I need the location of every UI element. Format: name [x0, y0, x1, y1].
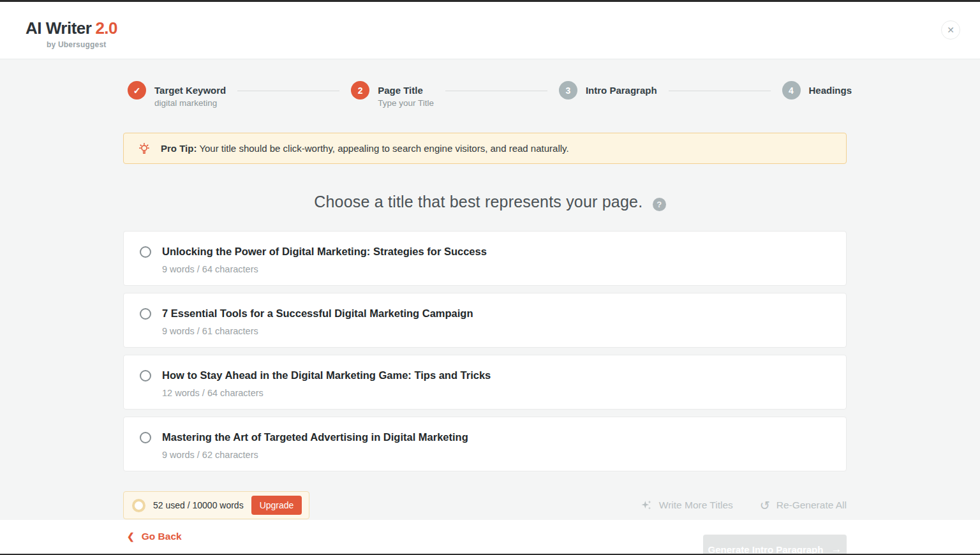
option-title: How to Stay Ahead in the Digital Marketi… — [162, 369, 491, 382]
app-title: AI Writer2.0 — [26, 18, 117, 38]
go-back-button[interactable]: ❮ Go Back — [127, 531, 182, 542]
title-option-2[interactable]: 7 Essential Tools for a Successful Digit… — [123, 293, 847, 348]
option-meta: 9 words / 64 characters — [162, 264, 487, 274]
step-headings: 4 Headings — [782, 81, 852, 108]
radio-button[interactable] — [140, 370, 151, 381]
app-version: 2.0 — [95, 18, 117, 38]
radio-button[interactable] — [140, 432, 151, 443]
step-target-keyword: ✓ Target Keyword digital marketing — [128, 81, 226, 108]
title-option-3[interactable]: How to Stay Ahead in the Digital Marketi… — [123, 355, 847, 410]
step-connector — [237, 91, 339, 91]
option-title: 7 Essential Tools for a Successful Digit… — [162, 307, 473, 320]
usage-donut-icon — [132, 499, 145, 512]
generate-label: Generate Intro Paragraph — [708, 544, 824, 555]
generate-intro-paragraph-button[interactable]: Generate Intro Paragraph → — [703, 535, 847, 555]
header: AI Writer2.0 by Ubersuggest ✕ — [0, 2, 980, 59]
check-icon: ✓ — [133, 85, 141, 96]
chevron-left-icon: ❮ — [127, 531, 135, 542]
step-2-number: 2 — [358, 85, 363, 96]
regenerate-all-button[interactable]: ↺ Re-Generate All — [760, 500, 847, 512]
page-title: Choose a title that best represents your… — [314, 193, 642, 211]
help-icon[interactable]: ? — [653, 198, 666, 211]
app-logo: AI Writer2.0 by Ubersuggest — [26, 18, 117, 49]
upgrade-button[interactable]: Upgrade — [251, 496, 302, 515]
step-4-label: Headings — [809, 84, 852, 96]
write-more-titles-button[interactable]: Write More Titles — [640, 499, 733, 512]
word-usage-box: 52 used / 10000 words Upgrade — [123, 491, 309, 519]
step-1-sublabel: digital marketing — [154, 98, 226, 108]
step-4-circle: 4 — [782, 81, 801, 100]
title-option-4[interactable]: Mastering the Art of Targeted Advertisin… — [123, 417, 847, 471]
regenerate-icon: ↺ — [760, 500, 770, 512]
lightbulb-icon — [137, 142, 151, 156]
sparkles-icon — [640, 499, 653, 512]
step-1-label: Target Keyword — [154, 84, 226, 96]
step-connector — [669, 91, 771, 91]
step-connector — [445, 91, 547, 91]
app-title-text: AI Writer — [26, 18, 91, 38]
option-meta: 9 words / 62 characters — [162, 450, 468, 460]
option-title: Unlocking the Power of Digital Marketing… — [162, 245, 487, 258]
top-edge-divider — [0, 0, 980, 2]
step-intro-paragraph: 3 Intro Paragraph — [559, 81, 657, 108]
step-3-label: Intro Paragraph — [586, 84, 657, 96]
pro-tip-text: Pro Tip:Your title should be click-worth… — [161, 143, 569, 154]
title-options-list: Unlocking the Power of Digital Marketing… — [123, 231, 847, 478]
step-4-number: 4 — [789, 85, 794, 96]
usage-text: 52 used / 10000 words — [153, 500, 244, 510]
close-button[interactable]: ✕ — [941, 20, 960, 40]
option-meta: 9 words / 61 characters — [162, 326, 473, 336]
write-more-titles-label: Write More Titles — [659, 500, 733, 511]
ai-writer-modal: AI Writer2.0 by Ubersuggest ✕ ✓ Target K… — [0, 0, 980, 555]
step-1-circle: ✓ — [128, 81, 146, 100]
title-option-1[interactable]: Unlocking the Power of Digital Marketing… — [123, 231, 847, 286]
app-subtitle: by Ubersuggest — [26, 40, 117, 49]
pro-tip-banner: Pro Tip:Your title should be click-worth… — [123, 133, 847, 164]
step-3-number: 3 — [565, 85, 570, 96]
step-page-title: 2 Page Title Type your Title — [351, 81, 434, 108]
list-actions: Write More Titles ↺ Re-Generate All — [640, 491, 847, 519]
step-2-circle: 2 — [351, 81, 369, 100]
step-2-sublabel: Type your Title — [378, 98, 434, 108]
progress-stepper: ✓ Target Keyword digital marketing 2 Pag… — [128, 81, 852, 108]
option-meta: 12 words / 64 characters — [162, 388, 491, 398]
option-title: Mastering the Art of Targeted Advertisin… — [162, 431, 468, 444]
radio-button[interactable] — [140, 308, 151, 320]
radio-button[interactable] — [140, 246, 151, 258]
pro-tip-label: Pro Tip: — [161, 143, 197, 154]
go-back-label: Go Back — [142, 531, 182, 542]
step-3-circle: 3 — [559, 81, 577, 100]
regenerate-all-label: Re-Generate All — [776, 500, 847, 511]
close-icon: ✕ — [947, 25, 954, 35]
step-2-label: Page Title — [378, 84, 434, 96]
page-heading-row: Choose a title that best represents your… — [0, 193, 980, 211]
